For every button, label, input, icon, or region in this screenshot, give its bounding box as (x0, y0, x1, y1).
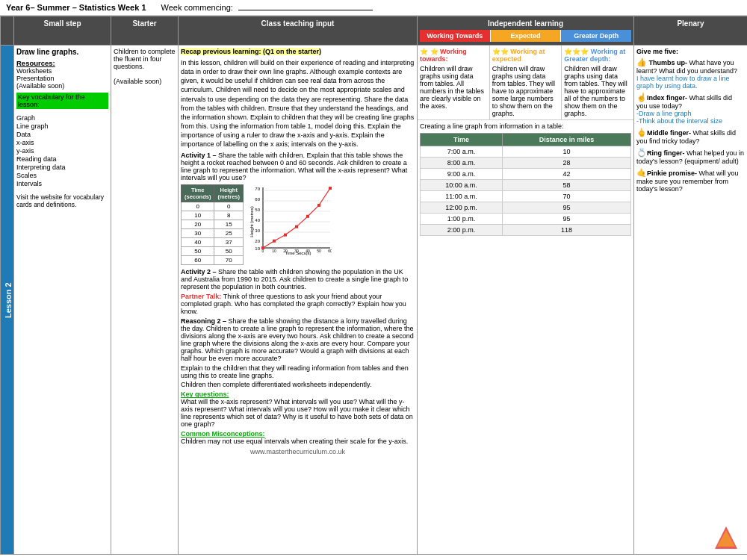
recap-heading: Recap previous learning: (Q1 on the star… (181, 48, 321, 55)
plenary-index-blue2: -Think about the interval size (636, 117, 722, 125)
vocab-reading-data: Reading data (16, 155, 108, 163)
expected-subheader: Expected (491, 30, 562, 42)
lesson-col-header (1, 16, 14, 46)
activity1-label: Activity 1 – (181, 152, 217, 159)
partner-talk-label: Partner Talk: (181, 293, 221, 300)
greater-depth-subheader: Greater Depth (561, 30, 631, 42)
plenary-header: Plenary (634, 16, 748, 46)
ind-table-title: Creating a line graph from information i… (420, 122, 631, 130)
svg-text:20: 20 (283, 249, 288, 253)
key-questions-label: Key questions: (181, 391, 229, 398)
starter-cell: Children to complete the fluent in four … (111, 46, 179, 555)
svg-text:50: 50 (317, 249, 321, 253)
mini-row: 50 (214, 247, 244, 256)
draw-line-graphs-title: Draw line graphs. (16, 48, 108, 56)
svg-marker-32 (717, 530, 735, 547)
plenary-cell: Give me five: 👍 Thumbs up- What have you… (634, 46, 748, 555)
resource-worksheets: Worksheets (16, 67, 108, 75)
independent-header: Independent learning Working Towards Exp… (418, 16, 634, 46)
activity2-label: Activity 2 – (181, 268, 217, 276)
vocab-yaxis: y-axis (16, 147, 108, 155)
key-questions-text: What will the x-axis represent? What int… (181, 398, 413, 428)
svg-text:50: 50 (255, 208, 260, 212)
plenary-ring: 💍Ring finger- What helped you in today's… (636, 148, 745, 165)
mini-row: 40 (182, 238, 214, 247)
para-worksheets2: Children then complete differentiated wo… (181, 381, 415, 388)
svg-rect-24 (261, 246, 264, 249)
distance-table: Time Distance in miles 7:00 a.m.10 8:00 … (420, 133, 631, 236)
svg-text:Height (metres): Height (metres) (249, 207, 254, 237)
distance-col-header: Distance in miles (503, 134, 631, 146)
line-graph-svg: 70 60 50 40 30 20 10 Height (metres) Tim… (249, 184, 332, 255)
starter-header: Starter (111, 16, 179, 46)
plenary-thumb-blue: I have learnt how to draw a line graph b… (636, 75, 730, 90)
week-commencing-label: Week commencing: (161, 3, 373, 12)
mini-row: 8 (214, 211, 244, 220)
mini-row: 30 (182, 229, 214, 238)
expected-col: ⭐⭐ Working at expected Children will dra… (490, 46, 562, 119)
plenary-intro: Give me five: (636, 48, 745, 55)
mini-line-graph: 70 60 50 40 30 20 10 Height (metres) Tim… (249, 184, 332, 257)
vocab-interpreting-data: Interpreting data (16, 164, 108, 171)
mini-row: 10 (182, 211, 214, 220)
plenary-index-blue1: -Draw a line graph (636, 110, 692, 117)
table-row: 10:00 a.m.58 (421, 180, 631, 191)
vocab-scales: Scales (16, 172, 108, 179)
ind-table-section: Creating a line graph from information i… (418, 120, 633, 238)
mini-data-table: Time(seconds) Height(metres) 00 108 2015… (181, 184, 244, 265)
table-row: 2:00 p.m.118 (421, 225, 631, 236)
svg-text:40: 40 (306, 249, 310, 253)
svg-text:60: 60 (328, 249, 332, 253)
logo-area (711, 523, 741, 554)
page-title: Year 6– Summer – Statistics Week 1 (6, 3, 146, 12)
plenary-middle: 🖕Middle finger- What skills did you find… (636, 128, 745, 145)
svg-text:60: 60 (255, 197, 260, 202)
reasoning2-label: Reasoning 2 – (181, 317, 226, 325)
mini-row: 25 (214, 229, 244, 238)
lesson-cell: Lesson 2 (1, 46, 14, 555)
class-input-cell: Recap previous learning: (Q1 on the star… (179, 46, 418, 555)
svg-text:30: 30 (255, 228, 260, 233)
svg-rect-29 (317, 204, 320, 207)
svg-rect-25 (273, 240, 276, 243)
mini-row: 50 (182, 247, 214, 256)
svg-rect-30 (329, 187, 332, 190)
svg-text:10: 10 (255, 246, 260, 251)
working-towards-col: ⭐ ⭐ Working towards: Children will draw … (418, 46, 490, 119)
svg-rect-26 (284, 234, 287, 237)
plenary-thumb: 👍 Thumbs up- What have you learnt? What … (636, 57, 745, 90)
table-row: 8:00 a.m.28 (421, 158, 631, 169)
starter-text: Children to complete the fluent in four … (114, 48, 176, 70)
key-vocab-label: Key vocabulary for the lesson: (16, 93, 108, 109)
vocab-intervals: Intervals (16, 180, 108, 187)
starter-available: (Available soon) (114, 78, 176, 85)
svg-text:70: 70 (255, 187, 260, 191)
website-text: Visit the website for vocabulary cards a… (16, 193, 108, 208)
vocab-line-graph: Line graph (16, 122, 108, 130)
svg-rect-27 (295, 225, 298, 228)
vocab-xaxis: x-axis (16, 139, 108, 146)
vocab-graph: Graph (16, 114, 108, 122)
mini-row: 60 (182, 256, 214, 265)
mini-row: 20 (182, 220, 214, 229)
independent-cell: ⭐ ⭐ Working towards: Children will draw … (418, 46, 634, 555)
mini-row: 15 (214, 220, 244, 229)
mini-row: 70 (214, 256, 244, 265)
time-col-header: Time (421, 134, 503, 146)
para-worksheets: Explain to the children that they will r… (181, 364, 415, 379)
wt-text: Children will draw graphs using data fro… (420, 65, 487, 110)
mini-row: 0 (214, 202, 244, 211)
class-para1: In this lesson, children will build on t… (181, 58, 415, 149)
vocab-data: Data (16, 131, 108, 138)
working-towards-subheader: Working Towards (420, 30, 491, 42)
table-row: 1:00 p.m.95 (421, 214, 631, 225)
svg-rect-28 (306, 215, 309, 218)
class-input-url: www.masterthecurriculum.co.uk (181, 448, 415, 455)
table-row: 12:00 p.m.95 (421, 202, 631, 214)
table-row: 7:00 a.m.10 (421, 146, 631, 158)
greater-depth-col: ⭐⭐⭐ Working at Greater depth: Children w… (562, 46, 633, 119)
svg-text:20: 20 (255, 239, 260, 243)
brand-logo (711, 523, 741, 553)
available-soon: (Available soon) (16, 82, 108, 90)
common-misc-text: Children may not use equal intervals whe… (181, 438, 408, 445)
